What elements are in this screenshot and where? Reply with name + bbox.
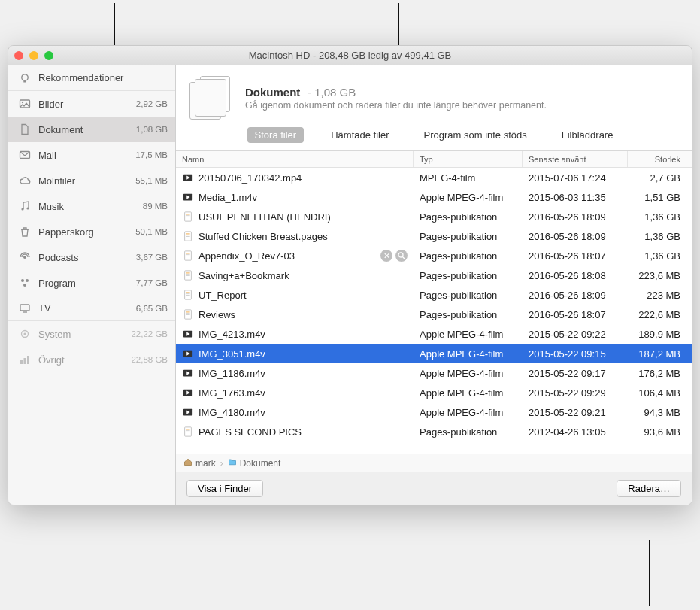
pages-icon: [182, 426, 194, 438]
file-size: 1,36 GB: [628, 231, 686, 242]
svg-rect-14: [20, 360, 23, 364]
sidebar-item-podcasts[interactable]: Podcasts3,67 GB: [8, 244, 175, 270]
pages-icon: [182, 269, 194, 281]
quicklook-icon[interactable]: [395, 250, 408, 262]
titlebar[interactable]: Macintosh HD - 208,48 GB ledig av 499,41…: [8, 46, 692, 65]
file-type: Pages-publikation: [414, 290, 523, 301]
table-row[interactable]: ReviewsPages-publikation2016-05-26 18:07…: [176, 305, 692, 324]
col-date[interactable]: Senaste använt: [523, 151, 628, 167]
tab-bar: Stora filerHämtade filerProgram som inte…: [176, 124, 692, 150]
svg-rect-45: [186, 313, 189, 314]
file-date: 2015-05-22 09:21: [523, 407, 628, 418]
path-bar[interactable]: mark›Dokument: [176, 454, 692, 472]
svg-rect-28: [186, 236, 189, 237]
table-row[interactable]: IMG_4213.m4vApple MPEG-4-film2015-05-22 …: [176, 324, 692, 344]
file-type: Apple MPEG-4-film: [414, 348, 523, 360]
sidebar-item-tv[interactable]: TV6,65 GB: [8, 296, 175, 321]
sidebar-item-label: Program: [38, 278, 132, 289]
file-name: Media_1.m4v: [198, 192, 257, 203]
table-row[interactable]: IMG_3051.m4vApple MPEG-4-film2015-05-22 …: [176, 344, 692, 363]
video-icon: [182, 387, 194, 399]
file-name: USUL PENELITIAN (HENDRI): [198, 211, 331, 223]
col-size[interactable]: Storlek: [628, 151, 686, 167]
table-row[interactable]: IMG_1186.m4vApple MPEG-4-film2015-05-22 …: [176, 363, 692, 383]
sidebar-item-size: 7,77 GB: [136, 278, 168, 287]
file-date: 2015-07-06 17:24: [523, 172, 628, 184]
file-type: Pages-publikation: [414, 231, 523, 242]
close-button[interactable]: [14, 51, 23, 60]
table-row[interactable]: UT_ReportPages-publikation2016-05-26 18:…: [176, 285, 692, 305]
file-type: Apple MPEG-4-film: [414, 329, 523, 340]
delete-button[interactable]: Radera…: [617, 480, 681, 497]
sidebar-item-size: 3,67 GB: [136, 253, 168, 262]
tab-filbl-ddrare[interactable]: Filbläddrare: [554, 127, 621, 143]
sidebar-item-musik[interactable]: Musik89 MB: [8, 193, 175, 219]
svg-rect-11: [20, 305, 29, 311]
table-row[interactable]: PAGES SECOND PICSPages-publikation2012-0…: [176, 422, 692, 442]
sidebar-item-dokument[interactable]: Dokument1,08 GB: [8, 117, 175, 142]
sidebar-item-bilder[interactable]: Bilder2,92 GB: [8, 91, 175, 117]
tab-h-mtade-filer[interactable]: Hämtade filer: [323, 127, 396, 143]
svg-line-34: [402, 256, 405, 259]
table-row[interactable]: Media_1.m4vApple MPEG-4-film2015-06-03 1…: [176, 187, 692, 207]
sidebar-item-rekommendationer[interactable]: Rekommendationer: [8, 65, 175, 91]
file-size: 1,36 GB: [628, 250, 686, 262]
sidebar-item-label: Musik: [38, 201, 138, 212]
svg-point-7: [23, 256, 26, 259]
svg-point-33: [398, 253, 403, 257]
sidebar-item-label: Bilder: [38, 99, 132, 110]
file-size: 1,36 GB: [628, 211, 686, 223]
sidebar-item-label: Papperskorg: [38, 226, 131, 238]
sidebar-item-size: 22,88 GB: [131, 355, 168, 364]
svg-point-10: [23, 284, 26, 287]
file-type: Apple MPEG-4-film: [414, 368, 523, 379]
table-body[interactable]: 20150706_170342.mp4MPEG-4-film2015-07-06…: [176, 168, 692, 454]
bars-icon: [17, 352, 32, 367]
video-icon: [182, 406, 194, 418]
file-date: 2015-06-03 11:35: [523, 192, 628, 203]
svg-point-3: [22, 102, 23, 103]
breadcrumb-item[interactable]: mark: [183, 457, 216, 469]
sidebar-item-papperskorg[interactable]: Papperskorg50,1 MB: [8, 219, 175, 244]
sidebar-item-mail[interactable]: Mail17,5 MB: [8, 142, 175, 168]
podcast-icon: [17, 250, 32, 265]
file-type: Pages-publikation: [414, 250, 523, 262]
table-row[interactable]: USUL PENELITIAN (HENDRI)Pages-publikatio…: [176, 207, 692, 226]
table-row[interactable]: IMG_1763.m4vApple MPEG-4-film2015-05-22 …: [176, 383, 692, 402]
table-row[interactable]: Stuffed Chicken Breast.pagesPages-publik…: [176, 226, 692, 246]
gear-icon: [17, 326, 32, 341]
show-in-finder-button[interactable]: Visa i Finder: [186, 480, 263, 497]
zoom-button[interactable]: [44, 51, 53, 60]
col-type[interactable]: Typ: [414, 151, 523, 167]
file-type: Pages-publikation: [414, 270, 523, 281]
file-name: IMG_3051.m4v: [198, 348, 265, 360]
minimize-button[interactable]: [29, 51, 38, 60]
breadcrumb-item[interactable]: Dokument: [228, 457, 281, 469]
file-date: 2016-05-26 18:07: [523, 309, 628, 320]
tab-stora-filer[interactable]: Stora filer: [247, 127, 305, 143]
table-row[interactable]: 20150706_170342.mp4MPEG-4-film2015-07-06…: [176, 168, 692, 187]
svg-rect-44: [186, 312, 189, 313]
table-row[interactable]: IMG_4180.m4vApple MPEG-4-film2015-05-22 …: [176, 402, 692, 422]
table-row[interactable]: Appendix_O_Rev7-03✕Pages-publikation2016…: [176, 246, 692, 266]
file-type: Pages-publikation: [414, 211, 523, 223]
remove-row-icon[interactable]: ✕: [380, 250, 392, 262]
file-type: Apple MPEG-4-film: [414, 387, 523, 399]
video-icon: [182, 347, 194, 360]
file-size: 223 MB: [628, 290, 686, 301]
sidebar-item-molnfiler[interactable]: Molnfiler55,1 MB: [8, 168, 175, 193]
file-size: 176,2 MB: [628, 368, 686, 379]
sidebar-item-program[interactable]: Program7,77 GB: [8, 270, 175, 296]
category-header: Dokument - 1,08 GB Gå igenom dokument oc…: [176, 65, 692, 124]
svg-rect-24: [186, 217, 189, 217]
svg-rect-2: [20, 100, 30, 108]
bulb-icon: [17, 71, 32, 86]
file-size: 94,3 MB: [628, 407, 686, 418]
file-size: 2,7 GB: [628, 172, 686, 184]
svg-rect-27: [186, 235, 189, 235]
sidebar-item-label: Övrigt: [38, 354, 126, 366]
tab-program-som-inte-st-ds[interactable]: Program som inte stöds: [417, 127, 535, 143]
col-name[interactable]: Namn: [176, 151, 414, 167]
table-row[interactable]: Saving+a+BookmarkPages-publikation2016-0…: [176, 266, 692, 285]
file-type: Apple MPEG-4-film: [414, 192, 523, 203]
